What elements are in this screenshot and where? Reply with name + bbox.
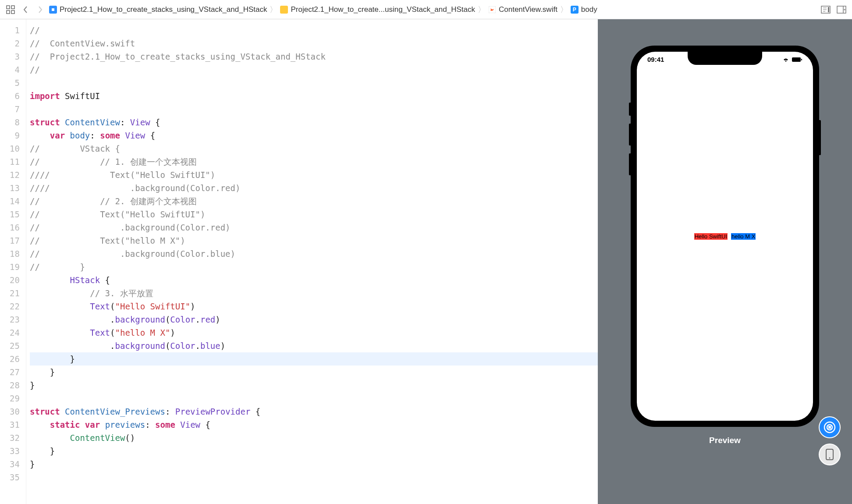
code-line[interactable]: // ContentView.swift (30, 37, 598, 50)
preview-text-blue: hello M X (731, 233, 756, 240)
split-editor-icon[interactable] (835, 4, 848, 16)
code-line[interactable]: HStack { (30, 273, 598, 287)
code-line[interactable]: // (30, 63, 598, 76)
code-line[interactable]: //// Text("Hello SwiftUI") (30, 168, 598, 181)
svg-rect-15 (792, 57, 801, 62)
code-line[interactable]: } (30, 458, 598, 471)
code-line[interactable]: // Text("Hello SwiftUI") (30, 208, 598, 221)
wifi-icon (782, 57, 789, 62)
battery-icon (792, 57, 802, 62)
code-line[interactable]: // (30, 24, 598, 37)
svg-rect-1 (11, 6, 14, 9)
property-icon: P (571, 6, 579, 14)
minimap-icon[interactable] (820, 4, 832, 16)
breadcrumb: Project2.1_How_to_create_stacks_using_VS… (49, 4, 817, 15)
line-gutter: 1234567891011121314151617181920212223242… (0, 19, 26, 504)
breadcrumb-label: Project2.1_How_to_create_stacks_using_VS… (60, 5, 267, 14)
folder-icon (280, 6, 288, 14)
code-line[interactable]: .background(Color.red) (30, 313, 598, 326)
code-line[interactable]: struct ContentView_Previews: PreviewProv… (30, 405, 598, 418)
phone-frame: 09:41 Hello SwiftUI hello M X (631, 46, 819, 427)
preview-pane: 09:41 Hello SwiftUI hello M X Preview (598, 19, 852, 504)
code-line[interactable]: } (30, 379, 598, 392)
code-line[interactable] (30, 471, 598, 484)
back-icon[interactable] (19, 4, 32, 16)
code-line[interactable]: // 3. 水平放置 (30, 287, 598, 300)
svg-rect-19 (828, 426, 831, 429)
svg-rect-10 (828, 7, 829, 12)
notch (688, 52, 762, 65)
code-line[interactable]: // .background(Color.blue) (30, 247, 598, 260)
code-line[interactable]: //// .background(Color.red) (30, 181, 598, 195)
chevron-right-icon: 〉 (268, 4, 279, 15)
breadcrumb-file[interactable]: ContentView.swift (488, 5, 557, 14)
code-line[interactable]: // // 1. 创建一个文本视图 (30, 155, 598, 168)
breadcrumb-property[interactable]: P body (571, 5, 597, 14)
phone-screen: 09:41 Hello SwiftUI hello M X (637, 52, 813, 421)
code-line[interactable]: // Text("hello M X") (30, 234, 598, 247)
status-time: 09:41 (647, 56, 664, 63)
svg-rect-16 (801, 59, 802, 60)
code-line[interactable] (30, 103, 598, 116)
code-line[interactable]: struct ContentView: View { (30, 116, 598, 129)
chevron-right-icon: 〉 (476, 4, 487, 15)
toolbar: Project2.1_How_to_create_stacks_using_VS… (0, 0, 852, 19)
grid-icon[interactable] (4, 4, 17, 16)
breadcrumb-project[interactable]: Project2.1_How_to_create_stacks_using_VS… (49, 5, 267, 14)
breadcrumb-label: ContentView.swift (499, 5, 557, 14)
svg-rect-2 (7, 11, 10, 14)
chevron-right-icon: 〉 (558, 4, 570, 15)
live-preview-button[interactable] (819, 416, 841, 438)
code-line[interactable]: var body: some View { (30, 129, 598, 142)
preview-label: Preview (709, 436, 741, 445)
project-icon (49, 6, 57, 14)
code-line[interactable]: .background(Color.blue) (30, 339, 598, 352)
main-area: 1234567891011121314151617181920212223242… (0, 19, 852, 504)
code-area[interactable]: //// ContentView.swift// Project2.1_How_… (26, 19, 598, 504)
code-editor[interactable]: 1234567891011121314151617181920212223242… (0, 19, 598, 504)
breadcrumb-label: body (581, 5, 597, 14)
code-line[interactable]: // Project2.1_How_to_create_stacks_using… (30, 50, 598, 63)
code-line[interactable]: } (30, 366, 598, 379)
forward-icon[interactable] (34, 4, 46, 16)
device-preview-button[interactable] (819, 444, 841, 465)
breadcrumb-folder[interactable]: Project2.1_How_to_create...using_VStack_… (280, 5, 475, 14)
code-line[interactable]: // // 2. 创建两个文本视图 (30, 195, 598, 208)
phone-content: Hello SwiftUI hello M X (637, 52, 813, 421)
code-line[interactable]: ContentView() (30, 431, 598, 444)
preview-text-red: Hello SwiftUI (694, 233, 728, 240)
swift-icon (488, 6, 496, 14)
code-line[interactable]: // } (30, 260, 598, 273)
svg-point-21 (829, 458, 831, 459)
code-line[interactable]: // .background(Color.red) (30, 221, 598, 234)
code-line[interactable]: } (30, 444, 598, 458)
code-line[interactable]: Text("Hello SwiftUI") (30, 300, 598, 313)
svg-rect-3 (11, 11, 14, 14)
code-line[interactable]: import SwiftUI (30, 89, 598, 103)
svg-rect-0 (7, 6, 10, 9)
code-line[interactable]: Text("hello M X") (30, 326, 598, 339)
code-line[interactable] (30, 392, 598, 405)
code-line[interactable]: } (30, 352, 598, 366)
code-line[interactable]: // VStack { (30, 142, 598, 155)
code-line[interactable]: static var previews: some View { (30, 418, 598, 431)
code-line[interactable] (30, 76, 598, 89)
breadcrumb-label: Project2.1_How_to_create...using_VStack_… (291, 5, 475, 14)
hstack-preview: Hello SwiftUI hello M X (694, 233, 756, 240)
